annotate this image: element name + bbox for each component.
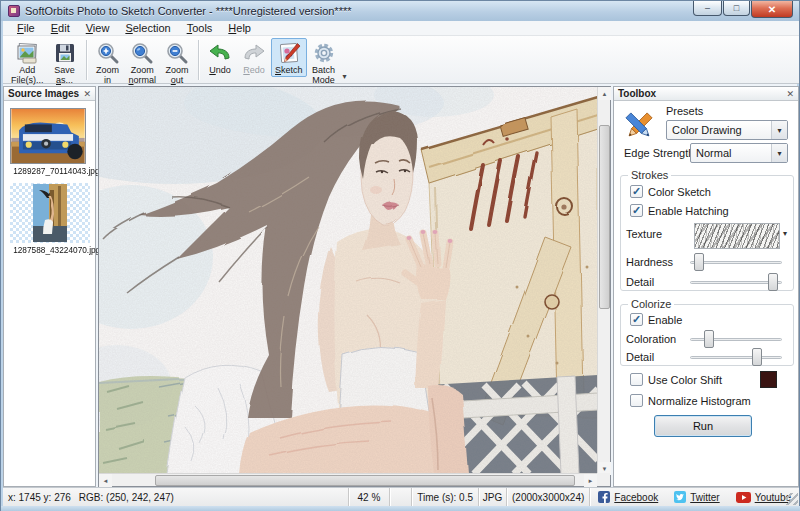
zoom-normal-icon [130,41,154,65]
zoom-out-icon [165,41,189,65]
maximize-icon: □ [734,3,739,13]
edge-strength-select[interactable]: Normal ▾ [690,143,788,163]
coloration-slider[interactable] [690,330,782,348]
edge-strength-dropdown-icon[interactable]: ▾ [771,144,787,162]
minimize-button[interactable]: – [693,1,722,16]
toolbar-separator [198,40,199,80]
sketch-preview-image [99,87,598,474]
enable-hatching-checkbox[interactable]: ✓ [630,204,643,217]
truck-thumbnail[interactable] [10,108,86,164]
menu-file[interactable]: File [9,22,43,34]
color-shift-swatch[interactable] [760,371,777,388]
enable-hatching-label: Enable Hatching [648,205,729,217]
toolbox-panel: Toolbox ✕ Presets Color Drawing ▾ [613,86,799,487]
menu-bar: File Edit View Selection Tools Help [3,21,799,36]
colorize-detail-slider[interactable] [690,348,782,366]
window-bottom-border [1,506,800,511]
horizontal-scroll-thumb[interactable] [155,475,575,486]
hardness-slider[interactable] [690,253,782,271]
title-bar[interactable]: SoftOrbits Photo to Sketch Converter - *… [1,1,799,21]
menu-selection[interactable]: Selection [117,22,178,34]
redo-button[interactable]: Redo [237,38,271,77]
horizontal-scrollbar[interactable]: ◄ ► [99,473,597,486]
close-button[interactable]: ✕ [751,1,793,18]
source-panel-title: Source Images [8,88,79,99]
save-icon [53,41,77,65]
toolbox-header: Toolbox ✕ [614,87,798,101]
edge-strength-label: Edge Strength [624,147,694,159]
toolbar-overflow-button[interactable]: ▾ [343,72,347,81]
presets-select[interactable]: Color Drawing ▾ [666,120,788,140]
presets-label: Presets [666,105,703,117]
texture-label: Texture [626,228,662,240]
save-as-button[interactable]: Save as... [48,38,82,87]
strokes-group-label: Strokes [628,169,671,181]
scroll-right-icon[interactable]: ► [584,474,597,487]
youtube-icon [736,492,751,503]
enable-hatching-row: ✓ Enable Hatching [630,204,729,217]
use-color-shift-checkbox[interactable] [630,373,643,386]
scrollbar-corner [597,473,610,486]
youtube-link[interactable]: Youtube [736,492,791,503]
undo-button[interactable]: Undo [203,38,237,77]
zoom-out-button[interactable]: Zoom out [160,38,194,87]
texture-select[interactable] [694,223,780,249]
window-title: SoftOrbits Photo to Sketch Converter - *… [25,5,352,17]
menu-view[interactable]: View [78,22,118,34]
menu-help[interactable]: Help [220,22,259,34]
selected-thumbnail-frame[interactable] [10,183,90,243]
toolbox-title: Toolbox [618,88,656,99]
strokes-detail-slider[interactable] [690,273,782,291]
status-bar: x: 1745 y: 276 RGB: (250, 242, 247) 42 %… [3,487,799,506]
colorize-group-label: Colorize [628,298,674,310]
color-sketch-checkbox[interactable]: ✓ [630,185,643,198]
source-panel-header: Source Images ✕ [4,87,95,101]
twitter-icon [674,491,686,503]
colorize-detail-slider-thumb[interactable] [752,348,762,366]
zoom-in-button[interactable]: Zoom in [91,38,125,87]
source-panel-close-icon[interactable]: ✕ [83,89,91,99]
use-color-shift-row: Use Color Shift [630,373,722,386]
processing-time: Time (s): 0.5 [417,492,473,503]
colorize-enable-checkbox[interactable]: ✓ [630,313,643,326]
texture-dropdown-icon[interactable]: ▾ [783,229,787,238]
source-image-item-selected[interactable]: 1287588_43224070.jpg [10,183,89,255]
menu-tools[interactable]: Tools [179,22,221,34]
close-icon: ✕ [768,4,776,15]
facebook-link[interactable]: Facebook [598,491,658,503]
add-files-button[interactable]: Add File(s)... [7,38,48,87]
hardness-slider-thumb[interactable] [694,253,704,271]
scroll-left-icon[interactable]: ◄ [99,474,112,487]
status-coords-segment: x: 1745 y: 276 RGB: (250, 242, 247) [3,488,349,506]
social-links-segment: Facebook Twitter Youtube [590,488,799,506]
toolbox-close-icon[interactable]: ✕ [786,89,794,99]
gear-icon [312,41,336,65]
source-images-panel: Source Images ✕ [3,86,96,487]
use-color-shift-label: Use Color Shift [648,374,722,386]
coloration-slider-thumb[interactable] [704,330,714,348]
batch-mode-button[interactable]: Batch Mode [307,38,341,87]
menu-edit[interactable]: Edit [43,22,78,34]
woman-thumbnail [33,184,67,242]
source-image-item[interactable]: 1289287_70114043.jpg [10,108,89,176]
maximize-button[interactable]: □ [723,1,750,16]
resize-grip[interactable] [786,493,798,505]
scroll-up-icon[interactable]: ▲ [598,87,611,100]
sketch-button[interactable]: Sketch [271,38,307,77]
run-button[interactable]: Run [654,415,752,437]
vertical-scrollbar[interactable]: ▲ ▼ [597,87,610,475]
file-format: JPG [483,492,502,503]
zoom-normal-button[interactable]: Zoom normal [125,38,161,87]
zoom-in-icon [96,41,120,65]
normalize-histogram-checkbox[interactable] [630,394,643,407]
color-sketch-label: Color Sketch [648,186,711,198]
facebook-icon [598,491,610,503]
strokes-detail-slider-thumb[interactable] [768,273,778,291]
presets-dropdown-icon[interactable]: ▾ [771,121,787,139]
vertical-scroll-thumb[interactable] [599,125,610,309]
status-empty-segment [390,488,413,506]
preview-canvas[interactable]: ▲ ▼ ◄ ► [98,86,611,487]
image-dimensions-segment: (2000x3000x24) [507,488,590,506]
toolbar: Add File(s)... Save as... Zoom [3,36,799,84]
twitter-link[interactable]: Twitter [674,491,719,503]
